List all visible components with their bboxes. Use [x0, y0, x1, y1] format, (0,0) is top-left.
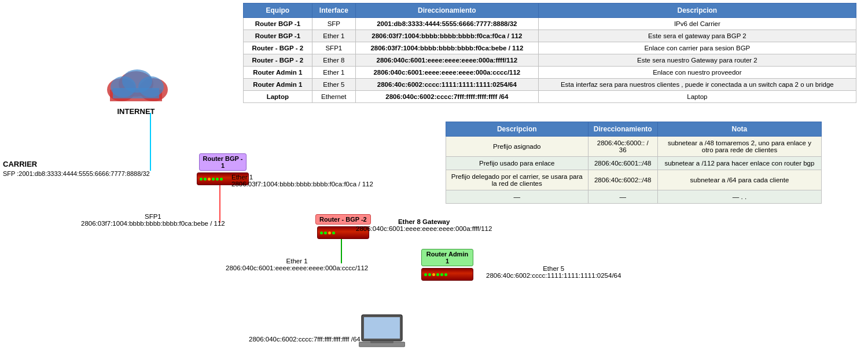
info-table-cell: Prefijo usado para enlace	[446, 157, 589, 170]
table-cell: Este sera el gateway para BGP 2	[538, 30, 856, 42]
carrier-label: CARRIER	[3, 159, 150, 170]
cloud-icon	[101, 64, 171, 107]
col-descripcion: Descripcion	[538, 3, 856, 18]
info-table-row: ——— . .	[446, 190, 822, 204]
prefix-info-table: Descripcion Direccionamiento Nota Prefij…	[446, 122, 822, 204]
bgp1-ether1-label: Ether 1 2806:03f7:1004:bbbb:bbbb:bbbb:f0…	[231, 174, 373, 188]
internet-cloud: INTERNET	[98, 64, 174, 116]
admin1-ether5-label: Ether 5 2806:40c:6002:cccc:1111:1111:111…	[486, 265, 621, 279]
network-diagram: INTERNET CARRIER SFP :2001:db8:3333:4444…	[0, 0, 434, 360]
led3	[432, 273, 435, 276]
table-cell: Este sera nuestro Gateway para router 2	[538, 54, 856, 67]
router-admin1-box: Router Admin 1	[421, 249, 473, 281]
led4	[212, 178, 215, 181]
led5	[440, 273, 443, 276]
bgp2-sfp1-label: SFP1 2806:03f7:1004:bbbb:bbbb:bbbb:f0ca:…	[81, 213, 225, 227]
led2	[324, 232, 327, 234]
laptop-addr-label: 2806:040c:6002:cccc:7fff:ffff:ffff:ffff …	[249, 336, 361, 343]
led5	[216, 178, 219, 181]
laptop-icon	[359, 312, 405, 351]
table-cell: Esta interfaz sera para nuestros cliente…	[538, 79, 856, 91]
bgp2-ether8-label: Ether 8 Gateway 2806:040c:6001:eeee:eeee…	[356, 218, 492, 232]
carrier-block: CARRIER SFP :2001:db8:3333:4444:5555:666…	[3, 159, 150, 179]
led4	[436, 273, 439, 276]
led4	[332, 232, 335, 234]
router-admin1-label: Router Admin 1	[421, 249, 473, 266]
admin1-ether1-label: Ether 1 2806:040c:6001:eeee:eeee:eeee:00…	[226, 258, 368, 271]
info-table-cell: subnetear a /112 para hacer enlace con r…	[657, 157, 821, 170]
info-table-cell: 2806:40c:6000:: / 36	[588, 137, 657, 157]
info-table-cell: subnetear a /48 tomaremos 2, uno para en…	[657, 137, 821, 157]
info-table-cell: —	[588, 190, 657, 204]
internet-label: INTERNET	[117, 107, 155, 116]
led1	[200, 178, 203, 181]
info-table-cell: 2806:40c:6001::/48	[588, 157, 657, 170]
led3	[328, 232, 331, 234]
led2	[204, 178, 207, 181]
info-table-cell: Prefijo delegado por el carrier, se usar…	[446, 170, 589, 190]
table-cell: Enlace con carrier para sesion BGP	[538, 42, 856, 54]
svg-rect-16	[370, 341, 393, 343]
led6	[220, 178, 223, 181]
router-admin1-device	[421, 268, 473, 281]
router-bgp1-label: Router BGP -1	[199, 153, 247, 171]
info-col-addr: Direccionamiento	[588, 122, 657, 137]
led3	[208, 178, 211, 181]
info-table-cell: —	[446, 190, 589, 204]
info-table-row: Prefijo delegado por el carrier, se usar…	[446, 170, 822, 190]
laptop-svg	[359, 312, 405, 350]
led1	[424, 273, 427, 276]
table-cell: Laptop	[538, 91, 856, 103]
table-cell: Enlace con nuestro proveedor	[538, 67, 856, 79]
svg-rect-12	[113, 88, 159, 98]
info-col-nota: Nota	[657, 122, 821, 137]
info-table-cell: 2806:40c:6002::/48	[588, 170, 657, 190]
led6	[444, 273, 447, 276]
info-table-row: Prefijo asignado2806:40c:6000:: / 36subn…	[446, 137, 822, 157]
table-cell: IPv6 del Carrier	[538, 18, 856, 30]
carrier-sfp: SFP :2001:db8:3333:4444:5555:6666:7777:8…	[3, 170, 150, 178]
info-table-cell: — . .	[657, 190, 821, 204]
info-table-row: Prefijo usado para enlace2806:40c:6001::…	[446, 157, 822, 170]
info-table-cell: Prefijo asignado	[446, 137, 589, 157]
svg-rect-14	[364, 317, 400, 339]
info-col-desc: Descripcion	[446, 122, 589, 137]
led1	[320, 232, 323, 234]
led2	[428, 273, 431, 276]
info-table-cell: subnetear a /64 para cada cliente	[657, 170, 821, 190]
